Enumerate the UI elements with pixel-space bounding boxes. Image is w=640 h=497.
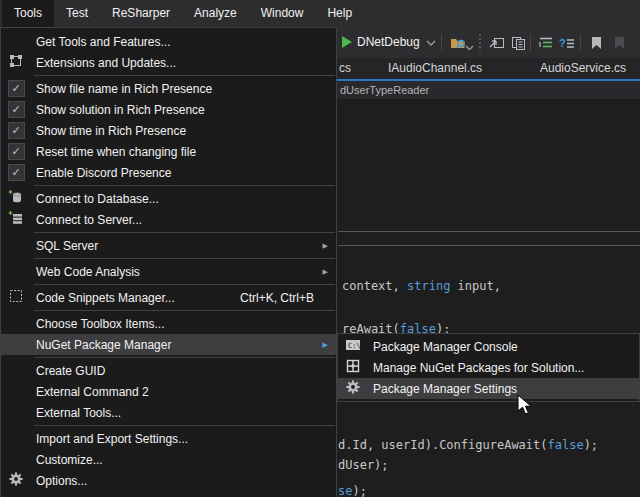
menu-item-label: Options... [31, 474, 336, 488]
menu-item-connect-to-database[interactable]: Connect to Database... [1, 188, 336, 209]
tab-iaudiochannel-cs[interactable]: IAudioChannel.cs [388, 58, 482, 79]
menu-item-label: Extensions and Updates... [31, 56, 336, 70]
menu-item-label: Package Manager Console [368, 340, 639, 354]
menu-item-label: Show time in Rich Presence [31, 124, 336, 138]
menubar-item-tools[interactable]: Tools [2, 0, 54, 27]
checkmark-icon: ✓ [8, 80, 25, 97]
menu-item-label: Package Manager Settings [368, 382, 639, 396]
nuget-submenu-popup: C:\Package Manager ConsoleManage NuGet P… [337, 333, 640, 402]
menu-item-label: Show solution in Rich Presence [31, 103, 336, 117]
method-separator-line [338, 245, 640, 246]
menu-gutter [338, 378, 368, 399]
menu-item-package-manager-settings[interactable]: Package Manager Settings [338, 378, 639, 399]
tab-cs[interactable]: cs [339, 58, 351, 79]
code-line: d.Id, userId).ConfigureAwait(false); [338, 438, 598, 452]
menu-gutter: ✓ [1, 141, 31, 162]
menu-item-nuget-package-manager[interactable]: NuGet Package Manager▶ [1, 334, 336, 355]
submenu-arrow-icon: ▶ [323, 268, 336, 276]
menubar-item-window[interactable]: Window [249, 0, 316, 27]
breadcrumb[interactable]: dUserTypeReader [340, 81, 429, 99]
menu-item-show-solution-in-rich-presence[interactable]: ✓Show solution in Rich Presence [1, 99, 336, 120]
format-indent-icon[interactable] [537, 34, 555, 52]
menu-item-label: Code Snippets Manager... [31, 291, 240, 305]
code-snippets-icon [8, 288, 24, 308]
menu-gutter [1, 52, 31, 73]
menu-item-sql-server[interactable]: SQL Server▶ [1, 235, 336, 256]
menu-item-external-tools[interactable]: External Tools... [1, 402, 336, 423]
menu-gutter [1, 381, 31, 402]
menubar-item-test[interactable]: Test [54, 0, 100, 27]
menu-item-external-command-2[interactable]: External Command 2 [1, 381, 336, 402]
menu-item-show-file-name-in-rich-presence[interactable]: ✓Show file name in Rich Presence [1, 78, 336, 99]
menu-gutter: ✓ [1, 120, 31, 141]
menu-gutter: ✓ [1, 162, 31, 183]
menu-item-label: Enable Discord Presence [31, 166, 336, 180]
menu-gutter [1, 402, 31, 423]
menu-item-code-snippets-manager[interactable]: Code Snippets Manager...Ctrl+K, Ctrl+B [1, 287, 336, 308]
toolbar-separator [441, 34, 442, 51]
menu-item-get-tools-and-features[interactable]: Get Tools and Features... [1, 31, 336, 52]
menu-item-label: SQL Server [31, 239, 323, 253]
menu-gutter [1, 31, 31, 52]
bookmark-disabled-icon[interactable] [610, 34, 628, 52]
menubar-item-help[interactable]: Help [315, 0, 364, 27]
navigate-frame-icon[interactable] [488, 34, 506, 52]
menu-item-create-guid[interactable]: Create GUID [1, 360, 336, 381]
console-icon: C:\ [345, 337, 361, 357]
run-icon[interactable] [339, 34, 357, 52]
menu-item-label: Create GUID [31, 364, 336, 378]
bookmark-icon[interactable] [587, 34, 605, 52]
menu-item-import-and-export-settings[interactable]: Import and Export Settings... [1, 428, 336, 449]
menu-gutter [1, 428, 31, 449]
menu-item-label: Connect to Server... [31, 213, 336, 227]
code-line: context, string input, [342, 279, 501, 293]
tools-menu-popup: Get Tools and Features...Extensions and … [0, 27, 337, 497]
menu-item-label: NuGet Package Manager [31, 338, 323, 352]
method-separator-line [338, 231, 640, 232]
menu-gutter: C:\ [338, 336, 368, 357]
menu-item-customize[interactable]: Customize... [1, 449, 336, 470]
menu-item-manage-nuget-packages-for-solution[interactable]: Manage NuGet Packages for Solution... [338, 357, 639, 378]
menu-gutter [1, 334, 31, 355]
menu-item-label: Manage NuGet Packages for Solution... [368, 361, 639, 375]
tab-audioservice-cs[interactable]: AudioService.cs [540, 58, 626, 79]
menu-item-show-time-in-rich-presence[interactable]: ✓Show time in Rich Presence [1, 120, 336, 141]
mouse-cursor [517, 394, 533, 416]
menu-gutter [1, 449, 31, 470]
menu-item-package-manager-console[interactable]: C:\Package Manager Console [338, 336, 639, 357]
checkmark-icon: ✓ [8, 164, 25, 181]
menu-item-extensions-and-updates[interactable]: Extensions and Updates... [1, 52, 336, 73]
menu-item-connect-to-server[interactable]: Connect to Server... [1, 209, 336, 230]
checkmark-icon: ✓ [8, 143, 25, 160]
menu-gutter [1, 360, 31, 381]
menubar-item-analyze[interactable]: Analyze [182, 0, 249, 27]
menu-item-enable-discord-presence[interactable]: ✓Enable Discord Presence [1, 162, 336, 183]
code-line: dUser); [338, 458, 389, 472]
menu-item-options[interactable]: Options... [1, 470, 336, 491]
submenu-arrow-icon: ▶ [323, 242, 336, 250]
menu-item-label: External Tools... [31, 406, 336, 420]
menu-item-label: Reset time when changing file [31, 145, 336, 159]
menu-item-choose-toolbox-items[interactable]: Choose Toolbox Items... [1, 313, 336, 334]
menu-gutter [1, 209, 31, 230]
copy-frame-icon[interactable] [509, 34, 527, 52]
menubar-item-resharper[interactable]: ReSharper [100, 0, 182, 27]
menu-gutter [1, 261, 31, 282]
checkmark-icon: ✓ [8, 122, 25, 139]
nuget-package-icon [345, 358, 361, 378]
toolbar-separator [580, 34, 581, 51]
menu-gutter [338, 357, 368, 378]
menu-bar: ToolsTestReSharperAnalyzeWindowHelp [0, 0, 640, 27]
menu-item-reset-time-when-changing-file[interactable]: ✓Reset time when changing file [1, 141, 336, 162]
menu-item-label: Get Tools and Features... [31, 35, 336, 49]
toolbar-grip[interactable] [479, 34, 481, 51]
menu-item-label: Web Code Analysis [31, 265, 323, 279]
menu-gutter: ✓ [1, 99, 31, 120]
run-config-dropdown[interactable]: DNetDebug [357, 27, 420, 58]
menu-item-label: Show file name in Rich Presence [31, 82, 336, 96]
menu-item-shortcut: Ctrl+K, Ctrl+B [240, 291, 336, 305]
comment-lines-icon[interactable]: ? [558, 34, 576, 52]
menu-item-web-code-analysis[interactable]: Web Code Analysis▶ [1, 261, 336, 282]
menu-gutter: ✓ [1, 78, 31, 99]
menu-item-label: External Command 2 [31, 385, 336, 399]
